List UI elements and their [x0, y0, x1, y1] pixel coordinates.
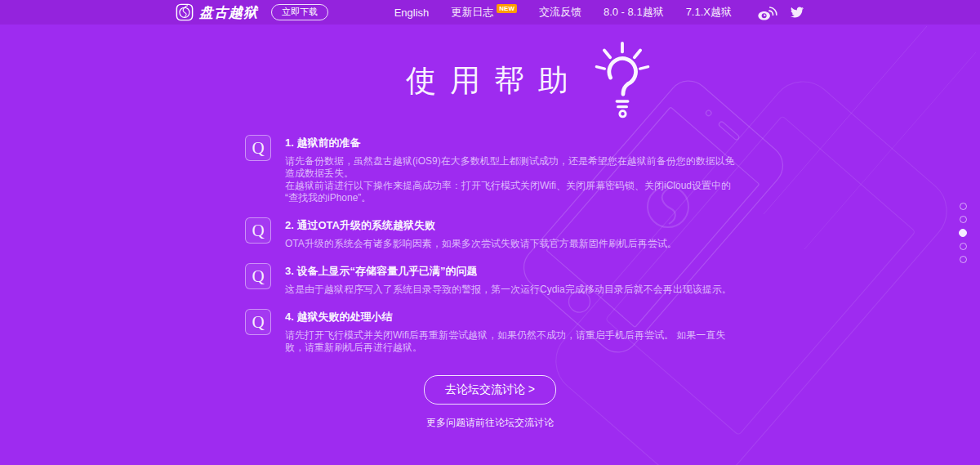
faq-item-title: 3. 设备上显示“存储容量几乎已满”的问题 — [285, 264, 732, 279]
pager-dot[interactable] — [960, 216, 967, 223]
page-title: 使用帮助 — [398, 60, 582, 101]
brand[interactable]: 盘古越狱 立即下载 — [176, 3, 328, 22]
faq-body-line: 请先打开飞行模式并关闭Wifi后再重新尝试越狱，如果仍然不成功，请重启手机后再尝… — [285, 329, 735, 354]
faq-body-line: 在越狱前请进行以下操作来提高成功率：打开飞行模式关闭Wifi、关闭屏幕密码锁、关… — [285, 180, 735, 204]
q-glyph: Q — [252, 268, 264, 285]
faq-item-body: OTA升级的系统会有诸多影响因素，如果多次尝试失败请下载官方最新固件刷机后再尝试… — [285, 238, 677, 250]
nav-item-english[interactable]: English — [394, 7, 430, 19]
nav-item-changelog[interactable]: 更新日志NEW — [451, 5, 517, 20]
nav-item-label: English — [394, 7, 430, 19]
faq-list: Q 1. 越狱前的准备 请先备份数据，虽然盘古越狱(iOS9)在大多数机型上都测… — [245, 135, 735, 354]
magnifier-q-icon: Q — [245, 135, 271, 161]
forum-note: 更多问题请前往论坛交流讨论 — [0, 416, 980, 430]
download-button[interactable]: 立即下载 — [271, 4, 328, 20]
forum-button[interactable]: 去论坛交流讨论 > — [424, 375, 556, 405]
faq-item: Q 2. 通过OTA升级的系统越狱失败 OTA升级的系统会有诸多影响因素，如果多… — [245, 217, 735, 250]
pager-dot[interactable] — [960, 256, 967, 263]
brand-title: 盘古越狱 — [199, 3, 258, 22]
faq-body-line: OTA升级的系统会有诸多影响因素，如果多次尝试失败请下载官方最新固件刷机后再尝试… — [285, 238, 677, 250]
social-links — [757, 4, 804, 21]
faq-body-line: 请先备份数据，虽然盘古越狱(iOS9)在大多数机型上都测试成功，还是希望您在越狱… — [285, 155, 735, 180]
section-pager — [959, 203, 967, 263]
faq-item: Q 3. 设备上显示“存储容量几乎已满”的问题 这是由于越狱程序写入了系统目录导… — [245, 263, 735, 296]
faq-item-title: 4. 越狱失败的处理小结 — [285, 310, 735, 324]
twitter-icon[interactable] — [790, 6, 804, 19]
pager-dot[interactable] — [960, 243, 967, 250]
main-nav: English 更新日志NEW 交流反馈 8.0 - 8.1越狱 7.1.X越狱 — [394, 4, 804, 21]
magnifier-q-icon: Q — [245, 217, 271, 244]
faq-item: Q 4. 越狱失败的处理小结 请先打开飞行模式并关闭Wifi后再重新尝试越狱，如… — [245, 309, 735, 354]
faq-item-body: 请先打开飞行模式并关闭Wifi后再重新尝试越狱，如果仍然不成功，请重启手机后再尝… — [285, 329, 735, 354]
nav-item-feedback[interactable]: 交流反馈 — [539, 5, 581, 20]
new-badge: NEW — [497, 4, 517, 13]
faq-item-body: 这是由于越狱程序写入了系统目录导致的警报，第一次运行Cydia完成移动目录后就不… — [285, 284, 732, 296]
pager-dot[interactable] — [960, 203, 967, 210]
faq-item-title: 1. 越狱前的准备 — [285, 136, 735, 150]
pager-dot-active[interactable] — [959, 229, 967, 237]
weibo-icon[interactable] — [757, 4, 777, 21]
nav-item-jailbreak-7[interactable]: 7.1.X越狱 — [686, 5, 732, 20]
header: 盘古越狱 立即下载 English 更新日志NEW 交流反馈 8.0 - 8.1… — [0, 0, 980, 25]
magnifier-q-icon: Q — [245, 309, 271, 335]
magnifier-q-icon: Q — [245, 263, 271, 289]
nav-item-label: 8.0 - 8.1越狱 — [604, 5, 664, 20]
q-glyph: Q — [252, 140, 264, 157]
pangu-logo-icon — [176, 3, 194, 21]
nav-item-jailbreak-8[interactable]: 8.0 - 8.1越狱 — [604, 5, 664, 20]
faq-item: Q 1. 越狱前的准备 请先备份数据，虽然盘古越狱(iOS9)在大多数机型上都测… — [245, 135, 735, 204]
help-section: 使用帮助 Q 1. 越狱前的准备 — [0, 60, 980, 430]
faq-item-body: 请先备份数据，虽然盘古越狱(iOS9)在大多数机型上都测试成功，还是希望您在越狱… — [285, 155, 735, 204]
question-bulb-icon — [590, 41, 654, 123]
q-glyph: Q — [252, 222, 264, 239]
faq-item-title: 2. 通过OTA升级的系统越狱失败 — [285, 218, 677, 233]
nav-item-label: 交流反馈 — [539, 5, 581, 20]
nav-item-label: 更新日志 — [451, 5, 493, 20]
faq-body-line: 这是由于越狱程序写入了系统目录导致的警报，第一次运行Cydia完成移动目录后就不… — [285, 284, 732, 296]
q-glyph: Q — [252, 314, 264, 331]
nav-item-label: 7.1.X越狱 — [686, 5, 732, 20]
